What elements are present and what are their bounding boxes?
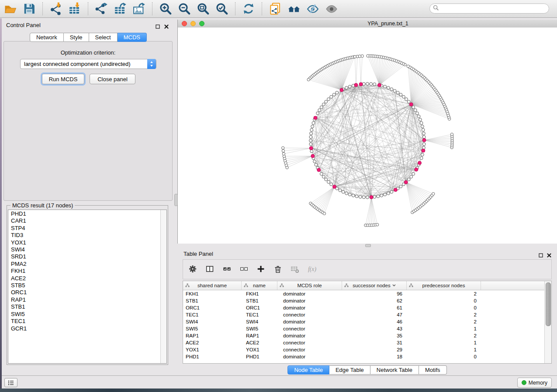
mcds-result-node[interactable]: PMA2 bbox=[8, 261, 160, 268]
search-box[interactable] bbox=[429, 3, 549, 14]
zoom-selected-icon[interactable] bbox=[215, 2, 229, 16]
table-cell: 2 bbox=[407, 312, 481, 317]
tab-network[interactable]: Network bbox=[30, 33, 64, 42]
tab-mcds[interactable]: MCDS bbox=[118, 33, 147, 42]
mcds-result-node[interactable]: PHD1 bbox=[8, 210, 160, 217]
tab-node-table[interactable]: Node Table bbox=[287, 365, 329, 375]
export-image-icon[interactable] bbox=[132, 2, 146, 16]
float-panel-icon[interactable] bbox=[156, 23, 160, 27]
search-input[interactable] bbox=[439, 5, 541, 12]
table-row[interactable]: ACE2ACE2connector311 bbox=[183, 339, 545, 346]
table-row[interactable]: ORC1ORC1dominator610 bbox=[183, 304, 545, 311]
table-row[interactable]: SWI5SWI5connector431 bbox=[183, 325, 545, 332]
add-row-icon[interactable] bbox=[256, 265, 266, 274]
tab-style[interactable]: Style bbox=[64, 33, 89, 42]
tab-edge-table[interactable]: Edge Table bbox=[329, 365, 370, 375]
minimize-window-icon[interactable] bbox=[190, 21, 196, 26]
zoom-in-icon[interactable] bbox=[159, 2, 173, 16]
node-table-header: shared namenameMCDS rolesuccessor nodesp… bbox=[183, 281, 545, 290]
delete-row-icon[interactable] bbox=[273, 265, 283, 274]
zoom-out-icon[interactable] bbox=[177, 2, 191, 16]
show-all-icon[interactable] bbox=[325, 2, 339, 16]
select-all-icon[interactable] bbox=[222, 265, 232, 274]
table-cell: 1 bbox=[407, 326, 481, 331]
mcds-tab-content: Optimization criterion: largest connecte… bbox=[3, 41, 173, 201]
column-header-predecessor-nodes[interactable]: predecessor nodes bbox=[407, 281, 481, 290]
mcds-result-node[interactable]: YOX1 bbox=[8, 239, 160, 246]
mcds-result-node[interactable]: GCR1 bbox=[8, 325, 160, 332]
clear-selection-icon[interactable] bbox=[239, 265, 249, 274]
zoom-fit-icon[interactable] bbox=[196, 2, 210, 16]
columns-icon[interactable] bbox=[205, 265, 215, 274]
table-row[interactable]: PHD1PHD1dominator180 bbox=[183, 353, 545, 360]
table-row[interactable]: RAP1RAP1dominator352 bbox=[183, 332, 545, 339]
column-header-name[interactable]: name bbox=[242, 281, 277, 290]
network-window-titlebar[interactable]: YPA_prune.txt_1 bbox=[178, 20, 557, 28]
close-table-panel-icon[interactable] bbox=[547, 251, 551, 256]
mcds-result-node[interactable]: STB5 bbox=[8, 282, 160, 289]
delete-table-icon[interactable] bbox=[291, 265, 300, 274]
panel-menu-button[interactable] bbox=[4, 378, 17, 387]
mcds-result-node[interactable]: SWI5 bbox=[8, 311, 160, 318]
first-neighbors-icon[interactable] bbox=[287, 2, 301, 16]
tab-select[interactable]: Select bbox=[89, 33, 118, 42]
mcds-result-node[interactable]: SWI4 bbox=[8, 246, 160, 253]
import-network-icon[interactable] bbox=[49, 2, 63, 16]
export-table-icon[interactable] bbox=[113, 2, 127, 16]
toolbar-divider bbox=[88, 2, 88, 15]
table-scrollbar[interactable] bbox=[544, 281, 551, 363]
criterion-dropdown[interactable]: largest connected component (undirected) bbox=[20, 59, 156, 69]
table-cell: dominator bbox=[277, 319, 342, 324]
table-cell: connector bbox=[277, 326, 342, 331]
network-canvas[interactable] bbox=[178, 28, 557, 244]
mcds-result-node[interactable]: SRD1 bbox=[8, 253, 160, 260]
close-panel-button[interactable]: Close panel bbox=[90, 74, 135, 84]
result-list-scrollbar[interactable] bbox=[160, 210, 166, 363]
table-row[interactable]: YOX1YOX1connector291 bbox=[183, 346, 545, 353]
run-mcds-button[interactable]: Run MCDS bbox=[42, 74, 84, 84]
function-builder-icon[interactable]: f(x) bbox=[308, 265, 317, 274]
tab-network-table[interactable]: Network Table bbox=[370, 365, 419, 375]
mcds-result-node[interactable]: ORC1 bbox=[8, 289, 160, 296]
float-table-panel-icon[interactable] bbox=[539, 251, 543, 256]
mcds-result-node[interactable]: TEC1 bbox=[8, 318, 160, 325]
table-row[interactable]: STB1STB1dominator620 bbox=[183, 297, 545, 304]
table-toolbar: f(x) bbox=[183, 259, 552, 279]
mcds-result-node[interactable]: STB1 bbox=[8, 303, 160, 310]
vertical-splitter-handle[interactable] bbox=[174, 194, 178, 206]
mcds-result-list[interactable]: PHD1CAR1STP4TID3YOX1SWI4SRD1PMA2FKH1ACE2… bbox=[8, 210, 167, 364]
table-scrollbar-thumb[interactable] bbox=[546, 282, 551, 326]
mcds-result-node[interactable]: ACE2 bbox=[8, 275, 160, 282]
open-folder-icon[interactable] bbox=[3, 2, 17, 16]
mcds-result-node[interactable]: STP4 bbox=[8, 225, 160, 232]
table-cell: 96 bbox=[342, 291, 407, 296]
horizontal-splitter-handle[interactable] bbox=[365, 244, 371, 247]
table-row[interactable]: SWI4SWI4dominator462 bbox=[183, 318, 545, 325]
mcds-result-node[interactable]: CAR1 bbox=[8, 217, 160, 224]
refresh-icon[interactable] bbox=[242, 2, 256, 16]
toolbar-divider bbox=[42, 2, 43, 15]
gear-icon[interactable] bbox=[188, 265, 198, 274]
clone-network-icon[interactable] bbox=[268, 2, 282, 16]
control-panel-title: Control Panel bbox=[6, 22, 41, 28]
memory-button[interactable]: Memory bbox=[517, 378, 552, 388]
save-icon[interactable] bbox=[22, 2, 36, 16]
close-panel-icon[interactable] bbox=[164, 23, 169, 27]
mcds-result-node[interactable]: FKH1 bbox=[8, 268, 160, 275]
table-row[interactable]: FKH1FKH1dominator962 bbox=[183, 290, 545, 297]
table-cell: STB1 bbox=[242, 298, 277, 303]
maximize-window-icon[interactable] bbox=[199, 21, 204, 26]
hide-selected-icon[interactable] bbox=[306, 2, 320, 16]
column-header-successor-nodes[interactable]: successor nodes bbox=[342, 281, 407, 290]
control-panel-tabs: NetworkStyleSelectMCDS bbox=[2, 33, 175, 42]
table-row[interactable]: TEC1TEC1connector472 bbox=[183, 311, 545, 318]
column-header-shared-name[interactable]: shared name bbox=[183, 281, 242, 290]
tab-motifs[interactable]: Motifs bbox=[419, 365, 447, 375]
table-cell: connector bbox=[277, 312, 342, 317]
column-header-MCDS-role[interactable]: MCDS role bbox=[277, 281, 342, 290]
export-network-icon[interactable] bbox=[94, 2, 108, 16]
mcds-result-node[interactable]: RAP1 bbox=[8, 296, 160, 303]
mcds-result-node[interactable]: TID3 bbox=[8, 232, 160, 239]
close-window-icon[interactable] bbox=[182, 21, 187, 26]
import-table-icon[interactable] bbox=[68, 2, 82, 16]
